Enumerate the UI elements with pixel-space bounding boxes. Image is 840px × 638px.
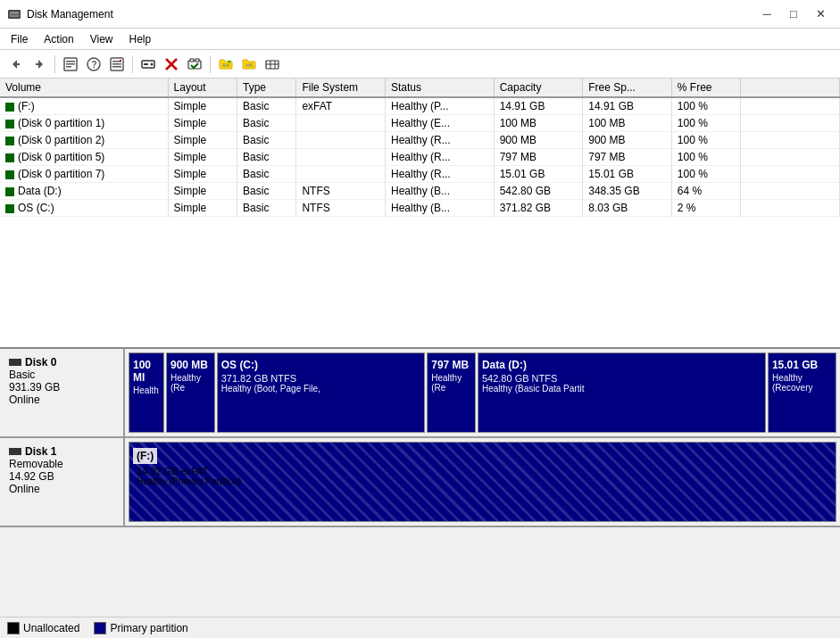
disk1-type: Removable (9, 458, 114, 470)
cell-type: Basic (237, 115, 296, 132)
table-row[interactable]: Data (D:)SimpleBasicNTFSHealthy (B...542… (0, 183, 840, 200)
disk1-label: Disk 1 Removable 14.92 GB Online (0, 438, 125, 526)
cell-extra (741, 183, 840, 200)
maximize-button[interactable]: □ (781, 4, 806, 24)
disk1-icon (9, 448, 21, 455)
volume-icon (5, 204, 14, 213)
cell-extra (741, 115, 840, 132)
disk1-part1-size: 14.92 GB exFAT (133, 466, 832, 476)
toolbar-sep-3 (210, 55, 211, 73)
check-button[interactable] (184, 54, 205, 75)
cell-capacity: 900 MB (494, 132, 583, 149)
toolbar-sep-1 (54, 55, 55, 73)
disk0-part1-status: Health (133, 385, 160, 395)
title-bar-left: Disk Management (7, 7, 113, 21)
col-layout[interactable]: Layout (168, 79, 237, 97)
svg-rect-9 (66, 63, 75, 65)
extended-button[interactable] (106, 54, 128, 75)
cell-free: 15.01 GB (583, 166, 672, 183)
legend-unallocated: Unallocated (7, 622, 79, 634)
menu-action[interactable]: Action (37, 31, 80, 47)
disk0-part3[interactable]: OS (C:) 371.82 GB NTFS Healthy (Boot, Pa… (217, 352, 426, 433)
disk0-part1[interactable]: 100 MI Health (129, 352, 164, 433)
cell-status: Healthy (B... (385, 200, 494, 217)
col-filesystem[interactable]: File System (296, 79, 386, 97)
help-button[interactable]: ? (83, 54, 104, 75)
cell-layout: Simple (168, 132, 237, 149)
table-row[interactable]: (Disk 0 partition 7)SimpleBasicHealthy (… (0, 166, 840, 183)
table-row[interactable]: (Disk 0 partition 1)SimpleBasicHealthy (… (0, 115, 840, 132)
legend-primary-box (94, 622, 106, 634)
table-row[interactable]: (Disk 0 partition 5)SimpleBasicHealthy (… (0, 149, 840, 166)
svg-rect-17 (120, 60, 121, 62)
disk-view-area: Disk 0 Basic 931.39 GB Online 100 MI Hea… (0, 349, 840, 617)
folder2-button[interactable] (238, 54, 260, 75)
cell-filesystem: NTFS (296, 183, 386, 200)
close-button[interactable]: ✕ (808, 4, 833, 24)
disk0-partitions: 100 MI Health 900 MB Healthy (Re OS (C:)… (125, 349, 840, 436)
cell-free: 900 MB (583, 132, 672, 149)
disk0-part2[interactable]: 900 MB Healthy (Re (166, 352, 215, 433)
svg-rect-4 (17, 63, 20, 65)
volume-icon (5, 153, 14, 162)
forward-button[interactable] (29, 54, 50, 75)
disk1-part1[interactable]: (F:) 14.92 GB exFAT Healthy (Primary Par… (129, 442, 836, 522)
cell-extra (741, 166, 840, 183)
toolbar-sep-2 (132, 55, 133, 73)
cell-free: 797 MB (583, 149, 672, 166)
menu-file[interactable]: File (4, 31, 35, 47)
cell-status: Healthy (R... (385, 132, 494, 149)
cell-volume: OS (C:) (0, 200, 168, 217)
col-type[interactable]: Type (237, 79, 296, 97)
disk1-partitions: (F:) 14.92 GB exFAT Healthy (Primary Par… (125, 438, 840, 526)
menu-bar: File Action View Help (0, 29, 840, 50)
col-free[interactable]: Free Sp... (583, 79, 672, 97)
volume-icon (5, 103, 14, 112)
disk0-part5-size: 542.80 GB NTFS (482, 373, 761, 384)
col-pct[interactable]: % Free (671, 79, 740, 97)
disk0-part6[interactable]: 15.01 GB Healthy (Recovery (768, 352, 836, 433)
legend-primary-label: Primary partition (110, 622, 187, 634)
col-volume[interactable]: Volume (0, 79, 168, 97)
cell-extra (741, 200, 840, 217)
minimize-button[interactable]: ─ (754, 4, 779, 24)
folder1-button[interactable] (215, 54, 237, 75)
properties-button[interactable] (60, 54, 81, 75)
cell-extra (741, 97, 840, 115)
disk1-part1-status: Healthy (Primary Partition) (133, 476, 832, 486)
cell-pct: 100 % (671, 97, 740, 115)
cell-status: Healthy (B... (385, 183, 494, 200)
disk0-title: Disk 0 (25, 356, 56, 369)
disk0-status: Online (9, 394, 114, 406)
cell-filesystem (296, 115, 386, 132)
svg-rect-25 (195, 59, 199, 62)
table-row[interactable]: OS (C:)SimpleBasicNTFSHealthy (B...371.8… (0, 200, 840, 217)
disk0-part5[interactable]: Data (D:) 542.80 GB NTFS Healthy (Basic … (478, 352, 766, 433)
toolbar: ? (0, 50, 840, 79)
cell-capacity: 14.91 GB (494, 97, 583, 115)
disk0-part4-status: Healthy (Re (431, 373, 471, 393)
col-capacity[interactable]: Capacity (494, 79, 583, 97)
disk0-part4-name: 797 MB (431, 359, 471, 371)
disk0-part4[interactable]: 797 MB Healthy (Re (427, 352, 476, 433)
cell-filesystem (296, 166, 386, 183)
delete-button[interactable] (161, 54, 182, 75)
table-row[interactable]: (F:)SimpleBasicexFATHealthy (P...14.91 G… (0, 97, 840, 115)
cell-volume: (Disk 0 partition 1) (0, 115, 168, 132)
back-button[interactable] (5, 54, 27, 75)
grid-button[interactable] (262, 54, 283, 75)
cell-capacity: 15.01 GB (494, 166, 583, 183)
menu-help[interactable]: Help (122, 31, 159, 47)
cell-layout: Simple (168, 97, 237, 115)
cell-volume: (Disk 0 partition 5) (0, 149, 168, 166)
col-status[interactable]: Status (385, 79, 494, 97)
menu-view[interactable]: View (83, 31, 121, 47)
drive-button[interactable] (137, 54, 159, 75)
disk0-part2-status: Healthy (Re (170, 373, 211, 393)
table-row[interactable]: (Disk 0 partition 2)SimpleBasicHealthy (… (0, 132, 840, 149)
svg-rect-6 (36, 63, 38, 65)
disk0-part6-status: Healthy (Recovery (772, 373, 832, 393)
cell-free: 100 MB (583, 115, 672, 132)
cell-capacity: 542.80 GB (494, 183, 583, 200)
volume-icon (5, 170, 14, 179)
